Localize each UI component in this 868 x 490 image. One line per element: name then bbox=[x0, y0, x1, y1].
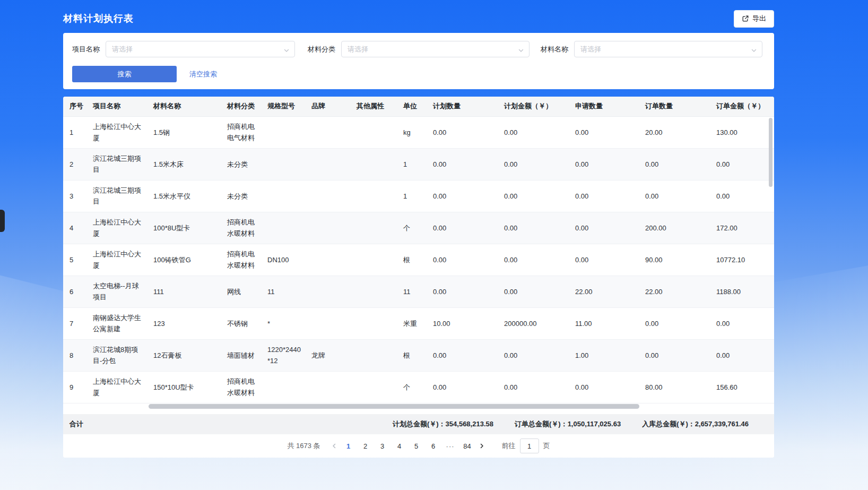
pagination: 共 1673 条 123456···84 前往 页 bbox=[63, 434, 774, 458]
table-cell bbox=[350, 339, 397, 371]
filter-label-project-name: 项目名称 bbox=[72, 45, 100, 54]
pagination-page-button[interactable]: 6 bbox=[426, 439, 441, 453]
table-cell: 10.00 bbox=[427, 307, 498, 339]
table-cell: 111 bbox=[147, 276, 221, 307]
table-cell: 墙面辅材 bbox=[221, 339, 261, 371]
project-name-select[interactable]: 请选择 bbox=[106, 41, 295, 57]
goto-page-group: 前往 页 bbox=[502, 439, 550, 453]
pagination-page-button[interactable]: 4 bbox=[392, 439, 407, 453]
table-cell: 4 bbox=[63, 212, 86, 244]
table-cell: 上海松江中心大厦 bbox=[86, 244, 147, 276]
table-cell: 根 bbox=[397, 244, 427, 276]
summary-inbound-total: 入库总金额(￥)：2,657,339,761.46 bbox=[642, 419, 749, 429]
table-cell: DN100 bbox=[261, 244, 305, 276]
table-cell: 3 bbox=[63, 180, 86, 212]
drawer-handle[interactable] bbox=[0, 210, 5, 232]
column-header: 其他属性 bbox=[350, 97, 397, 116]
pagination-page-button[interactable]: 2 bbox=[358, 439, 374, 453]
table-cell: 个 bbox=[397, 212, 427, 244]
column-header: 材料名称 bbox=[147, 97, 221, 116]
table-cell: 123 bbox=[147, 307, 221, 339]
table-cell: 10772.10 bbox=[710, 244, 774, 276]
table-row: 1上海松江中心大厦1.5钢招商机电电气材料kg0.000.000.0020.00… bbox=[63, 116, 774, 148]
pagination-ellipsis[interactable]: ··· bbox=[442, 439, 458, 453]
pagination-page-button[interactable]: 3 bbox=[375, 439, 390, 453]
table-cell: 上海松江中心大厦 bbox=[86, 371, 147, 403]
export-button-label: 导出 bbox=[752, 14, 766, 23]
table-cell: 156.60 bbox=[710, 371, 774, 403]
column-header: 订单数量 bbox=[639, 97, 710, 116]
table-cell: 0.00 bbox=[710, 307, 774, 339]
table-cell bbox=[305, 371, 350, 403]
table-cell: 6 bbox=[63, 276, 86, 307]
table-cell: 0.00 bbox=[498, 371, 569, 403]
column-header: 序号 bbox=[63, 97, 86, 116]
chevron-down-icon bbox=[518, 46, 524, 56]
pagination-next-button[interactable] bbox=[475, 443, 488, 449]
table-cell: 90.00 bbox=[639, 244, 710, 276]
table-cell: 200.00 bbox=[639, 212, 710, 244]
table-cell: 0.00 bbox=[498, 212, 569, 244]
table-cell bbox=[350, 307, 397, 339]
table-cell: 招商机电水暖材料 bbox=[221, 212, 261, 244]
table-cell: 招商机电水暖材料 bbox=[221, 244, 261, 276]
table-cell: 2 bbox=[63, 148, 86, 180]
pagination-page-button[interactable]: 84 bbox=[459, 439, 475, 453]
goto-page-input[interactable] bbox=[520, 439, 539, 453]
chevron-down-icon bbox=[751, 46, 757, 56]
material-name-select-placeholder: 请选择 bbox=[580, 45, 601, 54]
material-name-select[interactable]: 请选择 bbox=[574, 41, 762, 57]
table-cell: 172.00 bbox=[710, 212, 774, 244]
table-cell: 5 bbox=[63, 244, 86, 276]
table-cell: 0.00 bbox=[427, 180, 498, 212]
table-cell: 0.00 bbox=[427, 276, 498, 307]
material-category-select[interactable]: 请选择 bbox=[341, 41, 530, 57]
column-header: 材料分类 bbox=[221, 97, 261, 116]
table-row: 2滨江花城三期项目1.5米木床未分类10.000.000.000.000.00 bbox=[63, 148, 774, 180]
table-cell: 1 bbox=[397, 148, 427, 180]
pagination-page-button[interactable]: 5 bbox=[409, 439, 424, 453]
table-cell: 22.00 bbox=[639, 276, 710, 307]
clear-search-link[interactable]: 清空搜索 bbox=[189, 70, 217, 79]
summary-order-total: 订单总金额(￥)：1,050,117,025.63 bbox=[515, 419, 621, 429]
table-row: 9上海松江中心大厦150*10U型卡招商机电水暖材料个0.000.000.008… bbox=[63, 371, 774, 403]
table-cell: 未分类 bbox=[221, 148, 261, 180]
table-cell: 0.00 bbox=[639, 307, 710, 339]
export-button[interactable]: 导出 bbox=[734, 10, 774, 28]
table-header-row: 序号项目名称材料名称材料分类规格型号品牌其他属性单位计划数量计划金额（￥）申请数… bbox=[63, 97, 774, 116]
table-cell: 150*10U型卡 bbox=[147, 371, 221, 403]
filter-label-material-name: 材料名称 bbox=[541, 45, 568, 54]
table-cell: 0.00 bbox=[427, 148, 498, 180]
table-cell bbox=[261, 180, 305, 212]
table-cell: 太空电梯--月球项目 bbox=[86, 276, 147, 307]
pagination-page-button[interactable]: 1 bbox=[341, 439, 357, 453]
column-header: 申请数量 bbox=[569, 97, 639, 116]
table-cell: 12石膏板 bbox=[147, 339, 221, 371]
column-header: 计划金额（￥） bbox=[498, 97, 569, 116]
topbar: 材料计划执行表 导出 bbox=[63, 9, 774, 28]
pagination-prev-button[interactable] bbox=[328, 443, 341, 449]
table-cell: 0.00 bbox=[498, 276, 569, 307]
table-cell: 滨江花城8期项目-分包 bbox=[86, 339, 147, 371]
search-button[interactable]: 搜索 bbox=[72, 66, 177, 82]
table-cell: 0.00 bbox=[427, 339, 498, 371]
table-cell: 80.00 bbox=[639, 371, 710, 403]
table-cell: 100铸铁管G bbox=[147, 244, 221, 276]
table-cell: kg bbox=[397, 116, 427, 148]
table-cell: 11 bbox=[261, 276, 305, 307]
goto-page-prefix: 前往 bbox=[502, 441, 516, 451]
table-cell: 未分类 bbox=[221, 180, 261, 212]
table-cell: 0.00 bbox=[498, 148, 569, 180]
horizontal-scrollbar-thumb[interactable] bbox=[149, 404, 639, 409]
vertical-scrollbar-thumb[interactable] bbox=[769, 118, 772, 187]
table-cell: 南钢盛达大学生公寓新建 bbox=[86, 307, 147, 339]
table-cell: 1 bbox=[63, 116, 86, 148]
table-cell: 0.00 bbox=[569, 148, 639, 180]
table-cell: 1220*2440*12 bbox=[261, 339, 305, 371]
table-cell bbox=[305, 116, 350, 148]
table-cell: 1.5米水平仪 bbox=[147, 180, 221, 212]
table-cell: 1.00 bbox=[569, 339, 639, 371]
column-header: 品牌 bbox=[305, 97, 350, 116]
table-cell: 9 bbox=[63, 371, 86, 403]
table-cell: 0.00 bbox=[498, 244, 569, 276]
